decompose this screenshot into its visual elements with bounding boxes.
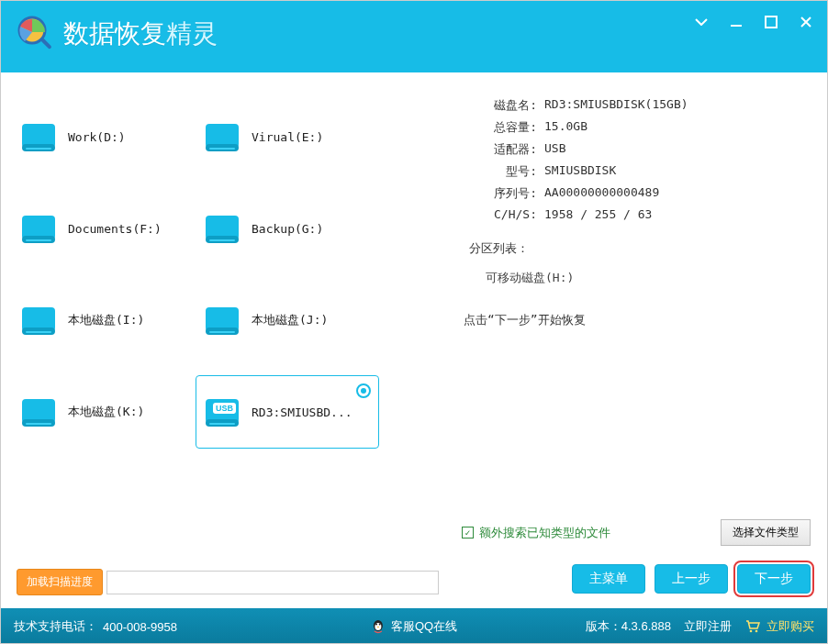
- info-val-chs: 1958 / 255 / 63: [544, 207, 652, 221]
- nav-row: 主菜单 上一步 下一步: [462, 564, 811, 601]
- drive-item[interactable]: Backup(G:): [196, 192, 379, 265]
- drive-grid: Work(D:)Virual(E:)Documents(F:)Backup(G:…: [12, 100, 439, 569]
- maximize-icon[interactable]: [763, 14, 779, 30]
- drive-icon: [200, 115, 244, 159]
- status-support: 技术支持电话： 400-008-9958: [14, 618, 177, 635]
- status-right: 版本：4.3.6.888 立即注册 立即购买: [586, 618, 814, 635]
- drive-item[interactable]: USBRD3:SMIUSBD...: [196, 375, 379, 449]
- app-title: 数据恢复精灵: [63, 17, 218, 51]
- svg-point-30: [375, 624, 377, 626]
- buy-button[interactable]: 立即购买: [744, 618, 814, 635]
- info-val-name: RD3:SMIUSBDISK(15GB): [544, 97, 688, 114]
- close-icon[interactable]: [798, 14, 814, 30]
- drive-icon: [200, 298, 244, 342]
- info-panel: 磁盘名:RD3:SMIUSBDISK(15GB) 总容量:15.0GB 适配器:…: [453, 72, 827, 608]
- drive-panel: Work(D:)Virual(E:)Documents(F:)Backup(G:…: [1, 72, 453, 608]
- buy-label: 立即购买: [766, 618, 814, 635]
- drive-label: 本地磁盘(J:): [252, 312, 328, 328]
- menu-dropdown-icon[interactable]: [693, 14, 710, 30]
- drive-label: RD3:SMIUSBD...: [252, 405, 352, 419]
- load-progress-input[interactable]: [106, 571, 439, 594]
- drive-label: 本地磁盘(K:): [68, 404, 144, 420]
- drive-label: Work(D:): [68, 130, 126, 144]
- drive-item[interactable]: 本地磁盘(I:): [12, 283, 196, 357]
- drive-label: Virual(E:): [252, 130, 323, 144]
- info-key-model: 型号:: [462, 163, 544, 180]
- logo-block: 数据恢复精灵: [14, 1, 218, 54]
- info-val-adapter: USB: [544, 141, 565, 158]
- register-link[interactable]: 立即注册: [684, 618, 732, 635]
- window-controls: [693, 1, 814, 30]
- drive-label: 本地磁盘(I:): [68, 312, 144, 328]
- drive-icon: [200, 206, 244, 250]
- start-hint: 点击“下一步”开始恢复: [464, 312, 811, 328]
- svg-point-33: [750, 630, 753, 633]
- svg-rect-15: [209, 239, 235, 241]
- svg-point-31: [379, 624, 381, 626]
- main-area: Work(D:)Virual(E:)Documents(F:)Backup(G:…: [1, 72, 827, 608]
- drive-label: Documents(F:): [68, 222, 162, 236]
- drive-item[interactable]: Documents(F:): [12, 192, 196, 265]
- drive-item[interactable]: 本地磁盘(J:): [196, 283, 379, 357]
- svg-rect-18: [26, 331, 51, 333]
- statusbar: 技术支持电话： 400-008-9958 客服QQ在线 版本：4.3.6.888…: [1, 608, 827, 644]
- qq-label: 客服QQ在线: [391, 618, 457, 635]
- version-block: 版本：4.3.6.888: [586, 618, 671, 635]
- prev-button[interactable]: 上一步: [655, 564, 728, 594]
- svg-rect-12: [26, 239, 51, 241]
- drive-item[interactable]: Virual(E:): [196, 100, 379, 173]
- version-value: 4.3.6.888: [621, 619, 671, 633]
- disk-info: 磁盘名:RD3:SMIUSBDISK(15GB) 总容量:15.0GB 适配器:…: [462, 94, 811, 224]
- options-row: ✓ 额外搜索已知类型的文件 选择文件类型: [462, 519, 811, 546]
- main-menu-button[interactable]: 主菜单: [572, 564, 645, 594]
- load-progress-button[interactable]: 加载扫描进度: [17, 569, 103, 595]
- svg-rect-9: [209, 148, 235, 150]
- radio-selected-icon: [356, 383, 371, 398]
- partition-item[interactable]: 可移动磁盘(H:): [486, 270, 811, 286]
- svg-rect-24: [26, 423, 51, 425]
- svg-rect-27: [209, 423, 235, 425]
- support-label: 技术支持电话：: [14, 618, 97, 635]
- svg-rect-3: [766, 17, 777, 28]
- info-key-serial: 序列号:: [462, 185, 544, 202]
- titlebar: 数据恢复精灵: [1, 1, 827, 72]
- info-val-total: 15.0GB: [544, 119, 587, 136]
- extra-search-checkbox[interactable]: ✓ 额外搜索已知类型的文件: [462, 525, 610, 541]
- checkbox-icon: ✓: [462, 527, 474, 539]
- select-filetype-button[interactable]: 选择文件类型: [721, 519, 811, 546]
- usb-badge: USB: [213, 403, 236, 414]
- info-val-model: SMIUSBDISK: [544, 163, 616, 180]
- app-logo-icon: [14, 14, 54, 54]
- app-title-main: 数据恢复: [63, 19, 166, 48]
- drive-icon: [17, 298, 61, 342]
- extra-search-label: 额外搜索已知类型的文件: [479, 525, 610, 541]
- drive-item[interactable]: 本地磁盘(K:): [12, 375, 196, 449]
- drive-icon: USB: [200, 390, 244, 434]
- svg-rect-2: [731, 25, 742, 27]
- drive-icon: [17, 390, 61, 434]
- svg-rect-21: [209, 331, 235, 333]
- info-val-serial: AA00000000000489: [544, 185, 659, 202]
- drive-icon: [17, 115, 61, 159]
- next-button[interactable]: 下一步: [737, 564, 811, 594]
- minimize-icon[interactable]: [728, 14, 744, 30]
- cart-icon: [744, 618, 761, 635]
- svg-rect-6: [26, 148, 51, 150]
- load-progress-row: 加载扫描进度: [12, 569, 439, 601]
- drive-item[interactable]: Work(D:): [12, 100, 196, 173]
- support-phone: 400-008-9958: [103, 620, 177, 634]
- drive-label: Backup(G:): [252, 222, 323, 236]
- svg-point-34: [755, 630, 758, 633]
- drive-icon: [17, 206, 61, 250]
- info-key-adapter: 适配器:: [462, 141, 544, 158]
- version-label: 版本：: [586, 619, 621, 633]
- app-title-accent: 精灵: [166, 19, 218, 48]
- svg-rect-1: [40, 38, 52, 50]
- status-qq[interactable]: 客服QQ在线: [371, 618, 457, 635]
- svg-point-32: [377, 627, 379, 627]
- info-key-chs: C/H/S:: [462, 207, 544, 221]
- qq-icon: [371, 619, 386, 634]
- info-key-total: 总容量:: [462, 119, 544, 136]
- info-key-name: 磁盘名:: [462, 97, 544, 114]
- partition-list-title: 分区列表：: [469, 240, 811, 257]
